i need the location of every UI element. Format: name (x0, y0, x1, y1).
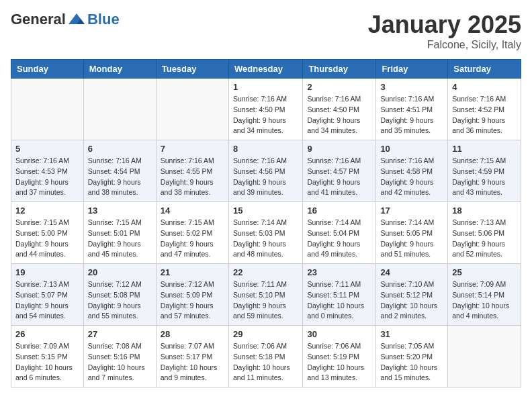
calendar-week-row: 5Sunrise: 7:16 AMSunset: 4:53 PMDaylight… (11, 140, 521, 202)
calendar-day-cell: 10Sunrise: 7:16 AMSunset: 4:58 PMDayligh… (376, 140, 448, 202)
day-number: 4 (452, 82, 517, 92)
calendar-day-cell (11, 79, 84, 140)
day-info: Sunrise: 7:16 AMSunset: 4:50 PMDaylight:… (233, 94, 298, 136)
day-info: Sunrise: 7:06 AMSunset: 5:19 PMDaylight:… (307, 341, 371, 383)
day-info: Sunrise: 7:13 AMSunset: 5:06 PMDaylight:… (452, 218, 517, 260)
calendar-day-cell: 6Sunrise: 7:16 AMSunset: 4:54 PMDaylight… (83, 140, 156, 202)
weekday-header-friday: Friday (376, 60, 448, 79)
day-info: Sunrise: 7:16 AMSunset: 4:53 PMDaylight:… (15, 156, 79, 198)
day-number: 11 (452, 144, 517, 154)
day-number: 28 (161, 329, 224, 339)
day-number: 14 (161, 205, 224, 216)
calendar-week-row: 12Sunrise: 7:15 AMSunset: 5:00 PMDayligh… (11, 202, 521, 264)
calendar-day-cell: 26Sunrise: 7:09 AMSunset: 5:15 PMDayligh… (11, 326, 84, 387)
day-info: Sunrise: 7:16 AMSunset: 4:57 PMDaylight:… (307, 156, 371, 198)
day-number: 20 (88, 267, 152, 277)
calendar-day-cell: 31Sunrise: 7:05 AMSunset: 5:20 PMDayligh… (376, 326, 448, 387)
calendar-day-cell: 25Sunrise: 7:09 AMSunset: 5:14 PMDayligh… (448, 264, 521, 326)
calendar-day-cell: 18Sunrise: 7:13 AMSunset: 5:06 PMDayligh… (448, 202, 521, 264)
day-info: Sunrise: 7:16 AMSunset: 4:50 PMDaylight:… (307, 94, 371, 136)
calendar-day-cell: 8Sunrise: 7:16 AMSunset: 4:56 PMDaylight… (228, 140, 302, 202)
calendar-day-cell (83, 79, 156, 140)
day-number: 7 (161, 144, 224, 154)
day-number: 9 (307, 144, 371, 154)
calendar-day-cell: 22Sunrise: 7:11 AMSunset: 5:10 PMDayligh… (228, 264, 302, 326)
day-number: 16 (307, 205, 371, 216)
calendar-day-cell: 2Sunrise: 7:16 AMSunset: 4:50 PMDaylight… (303, 79, 376, 140)
weekday-header-wednesday: Wednesday (228, 60, 302, 79)
weekday-header-monday: Monday (83, 60, 156, 79)
calendar-day-cell: 27Sunrise: 7:08 AMSunset: 5:16 PMDayligh… (83, 326, 156, 387)
day-info: Sunrise: 7:16 AMSunset: 4:58 PMDaylight:… (380, 156, 443, 198)
day-info: Sunrise: 7:14 AMSunset: 5:04 PMDaylight:… (307, 218, 371, 260)
calendar-day-cell: 19Sunrise: 7:13 AMSunset: 5:07 PMDayligh… (11, 264, 84, 326)
calendar-day-cell: 16Sunrise: 7:14 AMSunset: 5:04 PMDayligh… (303, 202, 376, 264)
day-number: 27 (88, 329, 152, 339)
calendar-day-cell: 29Sunrise: 7:06 AMSunset: 5:18 PMDayligh… (228, 326, 302, 387)
calendar-day-cell: 5Sunrise: 7:16 AMSunset: 4:53 PMDaylight… (11, 140, 84, 202)
calendar-week-row: 19Sunrise: 7:13 AMSunset: 5:07 PMDayligh… (11, 264, 521, 326)
calendar-day-cell: 1Sunrise: 7:16 AMSunset: 4:50 PMDaylight… (228, 79, 302, 140)
day-info: Sunrise: 7:16 AMSunset: 4:54 PMDaylight:… (88, 156, 152, 198)
day-number: 24 (380, 267, 443, 277)
weekday-header-thursday: Thursday (303, 60, 376, 79)
day-info: Sunrise: 7:16 AMSunset: 4:52 PMDaylight:… (452, 94, 517, 136)
calendar-day-cell: 7Sunrise: 7:16 AMSunset: 4:55 PMDaylight… (156, 140, 228, 202)
day-number: 22 (233, 267, 298, 277)
day-number: 18 (452, 205, 517, 216)
weekday-header-tuesday: Tuesday (156, 60, 228, 79)
day-number: 29 (233, 329, 298, 339)
day-info: Sunrise: 7:10 AMSunset: 5:12 PMDaylight:… (380, 279, 443, 322)
day-number: 15 (233, 205, 298, 216)
day-number: 1 (233, 82, 298, 92)
day-number: 13 (88, 205, 152, 216)
day-info: Sunrise: 7:14 AMSunset: 5:05 PMDaylight:… (380, 218, 443, 260)
day-number: 26 (15, 329, 79, 339)
day-number: 8 (233, 144, 298, 154)
calendar-day-cell: 11Sunrise: 7:15 AMSunset: 4:59 PMDayligh… (448, 140, 521, 202)
day-number: 12 (15, 205, 79, 216)
day-info: Sunrise: 7:11 AMSunset: 5:11 PMDaylight:… (307, 279, 371, 322)
day-info: Sunrise: 7:15 AMSunset: 5:02 PMDaylight:… (161, 218, 224, 260)
day-info: Sunrise: 7:11 AMSunset: 5:10 PMDaylight:… (233, 279, 298, 322)
logo-general: General (11, 11, 66, 28)
day-info: Sunrise: 7:16 AMSunset: 4:56 PMDaylight:… (233, 156, 298, 198)
calendar-week-row: 1Sunrise: 7:16 AMSunset: 4:50 PMDaylight… (11, 79, 521, 140)
day-info: Sunrise: 7:15 AMSunset: 4:59 PMDaylight:… (452, 156, 517, 198)
calendar-week-row: 26Sunrise: 7:09 AMSunset: 5:15 PMDayligh… (11, 326, 521, 387)
weekday-header-saturday: Saturday (448, 60, 521, 79)
day-info: Sunrise: 7:07 AMSunset: 5:17 PMDaylight:… (161, 341, 224, 383)
title-block: January 2025 Falcone, Sicily, Italy (368, 11, 521, 51)
day-info: Sunrise: 7:16 AMSunset: 4:51 PMDaylight:… (380, 94, 443, 136)
calendar-day-cell: 13Sunrise: 7:15 AMSunset: 5:01 PMDayligh… (83, 202, 156, 264)
day-info: Sunrise: 7:09 AMSunset: 5:15 PMDaylight:… (15, 341, 79, 383)
day-number: 31 (380, 329, 443, 339)
day-number: 23 (307, 267, 371, 277)
calendar-day-cell: 4Sunrise: 7:16 AMSunset: 4:52 PMDaylight… (448, 79, 521, 140)
calendar-day-cell: 21Sunrise: 7:12 AMSunset: 5:09 PMDayligh… (156, 264, 228, 326)
day-number: 3 (380, 82, 443, 92)
day-info: Sunrise: 7:16 AMSunset: 4:55 PMDaylight:… (161, 156, 224, 198)
day-number: 6 (88, 144, 152, 154)
day-info: Sunrise: 7:14 AMSunset: 5:03 PMDaylight:… (233, 218, 298, 260)
day-info: Sunrise: 7:09 AMSunset: 5:14 PMDaylight:… (452, 279, 517, 322)
day-number: 21 (161, 267, 224, 277)
day-number: 2 (307, 82, 371, 92)
calendar-day-cell: 15Sunrise: 7:14 AMSunset: 5:03 PMDayligh… (228, 202, 302, 264)
day-info: Sunrise: 7:15 AMSunset: 5:01 PMDaylight:… (88, 218, 152, 260)
page-header: General Blue January 2025 Falcone, Sicil… (11, 11, 521, 51)
day-number: 10 (380, 144, 443, 154)
day-number: 25 (452, 267, 517, 277)
weekday-header-row: SundayMondayTuesdayWednesdayThursdayFrid… (11, 60, 521, 79)
day-info: Sunrise: 7:13 AMSunset: 5:07 PMDaylight:… (15, 279, 79, 322)
day-info: Sunrise: 7:08 AMSunset: 5:16 PMDaylight:… (88, 341, 152, 383)
day-info: Sunrise: 7:12 AMSunset: 5:09 PMDaylight:… (161, 279, 224, 322)
calendar-table: SundayMondayTuesdayWednesdayThursdayFrid… (11, 59, 521, 387)
day-info: Sunrise: 7:06 AMSunset: 5:18 PMDaylight:… (233, 341, 298, 383)
calendar-day-cell: 3Sunrise: 7:16 AMSunset: 4:51 PMDaylight… (376, 79, 448, 140)
day-info: Sunrise: 7:05 AMSunset: 5:20 PMDaylight:… (380, 341, 443, 383)
calendar-day-cell: 9Sunrise: 7:16 AMSunset: 4:57 PMDaylight… (303, 140, 376, 202)
calendar-location: Falcone, Sicily, Italy (368, 39, 521, 51)
calendar-day-cell: 17Sunrise: 7:14 AMSunset: 5:05 PMDayligh… (376, 202, 448, 264)
calendar-day-cell: 20Sunrise: 7:12 AMSunset: 5:08 PMDayligh… (83, 264, 156, 326)
